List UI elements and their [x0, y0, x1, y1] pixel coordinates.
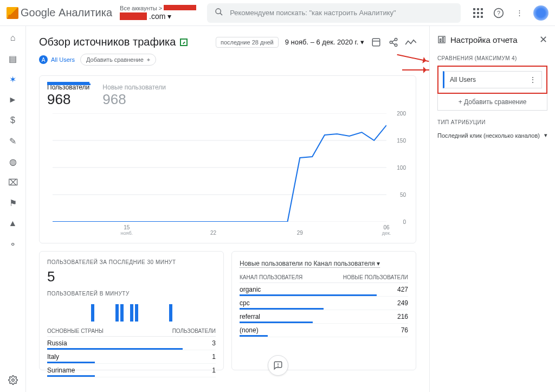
redacted-domain: [120, 12, 147, 20]
comparison-item-all-users[interactable]: All Users ⋮: [443, 71, 542, 88]
metric-tab-new-users[interactable]: Новые пользователи 968: [102, 83, 166, 108]
share-icon[interactable]: [388, 37, 399, 48]
avatar[interactable]: [533, 5, 548, 21]
table-row[interactable]: Suriname1: [47, 364, 216, 377]
rp-attr-select[interactable]: Последний клик (несколько каналов)▾: [437, 130, 547, 141]
more-vert-icon[interactable]: ⋮: [530, 76, 536, 83]
verified-icon: [180, 38, 188, 46]
page-title: Обзор источников трафика: [39, 36, 188, 48]
nav-home-icon[interactable]: ⌂: [7, 31, 20, 44]
account-picker[interactable]: Все аккаунты > .com ▾: [120, 5, 196, 21]
comparison-chip-all-users[interactable]: AAll Users: [39, 55, 75, 64]
redacted-name: [164, 5, 196, 10]
date-range-picker[interactable]: 9 нояб. – 6 дек. 2020 г. ▾: [285, 38, 364, 46]
brand-text: Google Аналитика: [21, 7, 112, 19]
realtime-permin-label: ПОЛЬЗОВАТЕЛЕЙ В МИНУТУ: [47, 291, 216, 297]
nav-engage-icon[interactable]: ✎: [7, 134, 20, 147]
realtime-title: ПОЛЬЗОВАТЕЛЕЙ ЗА ПОСЛЕДНИЕ 30 МИНУТ: [47, 259, 216, 265]
add-comparison-button[interactable]: Добавить сравнение+: [80, 54, 156, 66]
rp-section-label: СРАВНЕНИЯ (МАКСИМУМ 4): [437, 55, 547, 61]
insights-icon[interactable]: [405, 37, 416, 48]
line-chart: 050100150200 15нояб.222906дек.: [53, 113, 386, 222]
all-accounts-label: Все аккаунты >: [120, 5, 162, 11]
nav-device-icon[interactable]: ⌧: [7, 176, 20, 189]
col-users: ПОЛЬЗОВАТЕЛИ: [172, 328, 216, 334]
col-new-users: НОВЫЕ ПОЛЬЗОВАТЕЛИ: [343, 274, 408, 280]
close-icon[interactable]: ✕: [539, 34, 547, 46]
search-icon: [215, 8, 223, 18]
side-nav: ⌂ ▤ ✶ ► $ ✎ ◍ ⌧ ⚑ ▲ ⚬: [0, 26, 26, 392]
svg-point-4: [11, 379, 14, 382]
col-countries: ОСНОВНЫЕ СТРАНЫ: [47, 328, 104, 334]
realtime-value: 5: [47, 268, 216, 285]
realtime-bars: [47, 300, 216, 322]
realtime-card: ПОЛЬЗОВАТЕЛЕЙ ЗА ПОСЛЕДНИЕ 30 МИНУТ 5 ПО…: [39, 251, 224, 370]
svg-rect-5: [372, 38, 380, 46]
table-row[interactable]: Russia3: [47, 337, 216, 350]
metric-tab-users[interactable]: Пользователи 968: [47, 82, 89, 108]
date-chip[interactable]: последние 28 дней: [216, 37, 279, 48]
comparison-highlight-box: All Users ⋮: [437, 66, 547, 94]
nav-flag-icon[interactable]: ⚑: [7, 196, 20, 209]
analytics-logo-icon: [7, 7, 18, 19]
rp-attr-label: ТИП АТРИБУЦИИ: [437, 119, 547, 125]
channels-card: Новые пользователи по Канал пользователя…: [231, 251, 416, 370]
col-channel: КАНАЛ ПОЛЬЗОВАТЕЛЯ: [240, 274, 302, 280]
nav-tag-icon[interactable]: ►: [7, 93, 20, 106]
search-input[interactable]: Рекомендуем поискать: "как настроить Ана…: [207, 3, 461, 23]
annotation-arrow-2: [402, 69, 429, 70]
main-content: Обзор источников трафика последние 28 дн…: [26, 26, 429, 392]
nav-settings-icon[interactable]: [7, 374, 20, 387]
table-row[interactable]: cpc249: [240, 297, 408, 310]
chevron-down-icon: ▾: [167, 12, 171, 21]
svg-line-1: [220, 13, 222, 15]
table-row[interactable]: referral216: [240, 310, 408, 324]
svg-point-0: [216, 9, 221, 14]
svg-point-15: [278, 366, 279, 367]
rp-add-comparison-button[interactable]: + Добавить сравнение: [437, 94, 547, 111]
rp-title: Настройка отчета: [437, 35, 518, 44]
channels-selector[interactable]: Новые пользователи по Канал пользователя…: [240, 260, 380, 268]
more-vert-icon[interactable]: ⋮: [513, 7, 526, 20]
svg-point-8: [395, 44, 397, 47]
nav-globe-icon[interactable]: ◍: [7, 155, 20, 168]
help-icon[interactable]: ?: [492, 7, 505, 20]
svg-point-6: [395, 38, 397, 41]
svg-text:?: ?: [497, 10, 500, 16]
domain-suffix: .com: [149, 12, 165, 21]
svg-rect-17: [440, 39, 441, 42]
nav-traffic-icon[interactable]: ✶: [7, 73, 20, 86]
nav-reports-icon[interactable]: ▤: [7, 52, 20, 65]
active-tab-indicator: [47, 83, 91, 85]
nav-user-icon[interactable]: ▲: [7, 217, 20, 230]
users-chart-card: Пользователи 968 Новые пользователи 968 …: [39, 75, 416, 243]
svg-point-7: [390, 41, 392, 43]
top-icons: ? ⋮: [472, 5, 548, 21]
table-row[interactable]: Italy1: [47, 350, 216, 364]
brand[interactable]: Google Аналитика: [7, 7, 112, 19]
right-panel: Настройка отчета ✕ СРАВНЕНИЯ (МАКСИМУМ 4…: [429, 26, 555, 392]
nav-monetization-icon[interactable]: $: [7, 114, 20, 127]
table-row[interactable]: organic427: [240, 283, 408, 297]
apps-icon[interactable]: [472, 7, 485, 20]
svg-rect-16: [438, 36, 445, 43]
customize-icon[interactable]: [371, 37, 382, 48]
top-bar: Google Аналитика Все аккаунты > .com ▾ Р…: [0, 0, 555, 26]
search-placeholder: Рекомендуем поискать: "как настроить Ана…: [230, 9, 396, 17]
table-row[interactable]: (none)76: [240, 324, 408, 337]
feedback-fab[interactable]: [268, 355, 288, 376]
svg-rect-18: [442, 37, 443, 42]
nav-tree-icon[interactable]: ⚬: [7, 237, 20, 250]
